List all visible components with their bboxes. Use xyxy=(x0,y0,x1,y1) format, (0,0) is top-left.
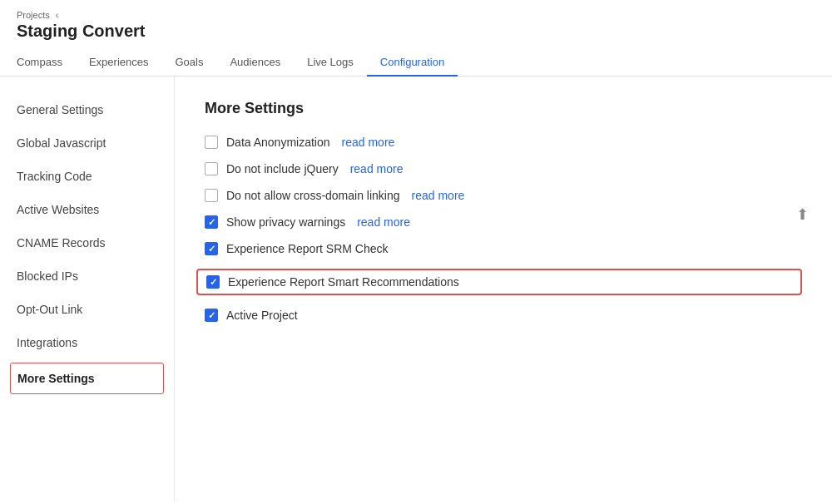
setting-data-anonymization: Data Anonymization read more xyxy=(205,136,802,149)
setting-label-privacy-warnings: Show privacy warnings xyxy=(226,215,345,229)
section-title: More Settings xyxy=(205,100,802,117)
project-title: Staging Convert xyxy=(17,22,815,41)
checkbox-no-cross-domain[interactable] xyxy=(205,189,218,202)
breadcrumb-chevron: ‹ xyxy=(56,10,59,20)
checkbox-data-anonymization[interactable] xyxy=(205,136,218,149)
setting-label-srm-check: Experience Report SRM Check xyxy=(226,242,389,255)
setting-smart-recommendations: Experience Report Smart Recommendations xyxy=(196,269,802,295)
setting-label-smart-recommendations: Experience Report Smart Recommendations xyxy=(228,275,459,289)
setting-srm-check: Experience Report SRM Check xyxy=(205,242,802,255)
setting-label-data-anonymization: Data Anonymization xyxy=(226,136,330,149)
sidebar-item-opt-out-link[interactable]: Opt-Out Link xyxy=(0,293,174,326)
tab-compass[interactable]: Compass xyxy=(17,49,76,77)
setting-privacy-warnings: Show privacy warnings read more xyxy=(205,215,802,229)
sidebar-item-active-websites[interactable]: Active Websites xyxy=(0,193,174,226)
breadcrumb-parent[interactable]: Projects xyxy=(17,10,50,20)
setting-label-no-cross-domain: Do not allow cross-domain linking xyxy=(226,189,400,202)
tab-audiences[interactable]: Audiences xyxy=(216,49,294,77)
tab-live-logs[interactable]: Live Logs xyxy=(294,49,367,77)
tab-goals[interactable]: Goals xyxy=(161,49,216,77)
sidebar-item-general-settings[interactable]: General Settings xyxy=(0,93,174,126)
checkbox-srm-check[interactable] xyxy=(205,242,218,255)
link-data-anonymization[interactable]: read more xyxy=(342,136,395,149)
checkbox-no-jquery[interactable] xyxy=(205,162,218,175)
tab-experiences[interactable]: Experiences xyxy=(76,49,162,77)
sidebar-item-more-settings[interactable]: More Settings xyxy=(10,363,164,394)
sidebar: General Settings Global Javascript Track… xyxy=(0,77,175,502)
main-content: More Settings Data Anonymization read mo… xyxy=(175,77,832,502)
settings-list: Data Anonymization read more Do not incl… xyxy=(205,136,802,322)
sidebar-item-integrations[interactable]: Integrations xyxy=(0,326,174,359)
main-layout: General Settings Global Javascript Track… xyxy=(0,77,832,502)
link-privacy-warnings[interactable]: read more xyxy=(357,215,410,229)
checkbox-privacy-warnings[interactable] xyxy=(205,215,218,229)
top-bar: Projects ‹ Staging Convert Compass Exper… xyxy=(0,0,832,77)
sidebar-item-cname-records[interactable]: CNAME Records xyxy=(0,226,174,259)
nav-tabs: Compass Experiences Goals Audiences Live… xyxy=(17,49,815,76)
sidebar-item-global-javascript[interactable]: Global Javascript xyxy=(0,126,174,160)
sidebar-item-tracking-code[interactable]: Tracking Code xyxy=(0,160,174,193)
setting-label-no-jquery: Do not include jQuery xyxy=(226,162,339,175)
setting-label-active-project: Active Project xyxy=(226,309,298,322)
sidebar-item-blocked-ips[interactable]: Blocked IPs xyxy=(0,259,174,293)
setting-no-cross-domain: Do not allow cross-domain linking read m… xyxy=(205,189,802,202)
setting-active-project: Active Project xyxy=(205,309,802,322)
checkbox-smart-recommendations[interactable] xyxy=(206,275,220,289)
checkbox-active-project[interactable] xyxy=(205,309,218,322)
link-no-cross-domain[interactable]: read more xyxy=(412,189,465,202)
link-no-jquery[interactable]: read more xyxy=(350,162,404,175)
tab-configuration[interactable]: Configuration xyxy=(367,49,458,77)
setting-no-jquery: Do not include jQuery read more xyxy=(205,162,802,175)
breadcrumb: Projects ‹ xyxy=(17,10,815,20)
